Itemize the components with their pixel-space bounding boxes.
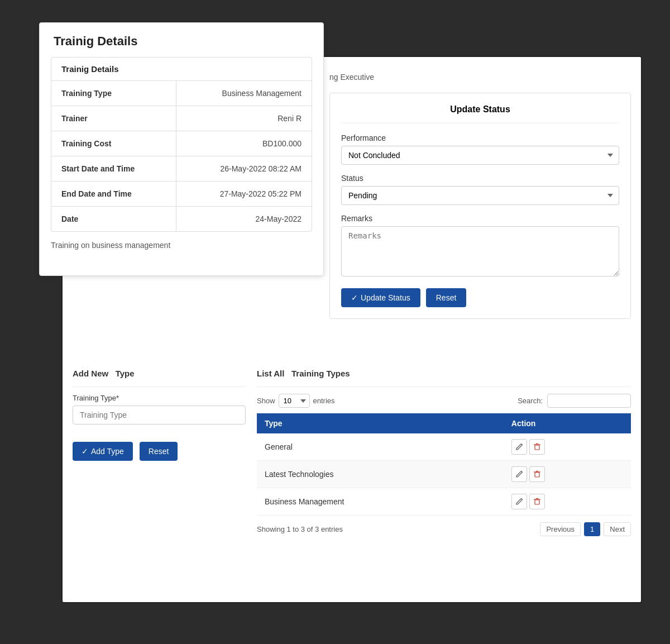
remarks-label: Remarks bbox=[341, 214, 619, 223]
add-type-btn-label: Add Type bbox=[91, 447, 124, 456]
detail-table: Training Type Business Management Traine… bbox=[51, 81, 312, 231]
edit-latest-tech-button[interactable] bbox=[511, 466, 527, 482]
action-latest-tech bbox=[504, 461, 631, 488]
page-wrapper: Trainig Details Trainig Details Training… bbox=[28, 11, 642, 626]
svg-rect-3 bbox=[535, 473, 539, 477]
update-status-button[interactable]: ✓ Update Status bbox=[341, 288, 420, 307]
detail-card-title: Trainig Details bbox=[40, 23, 323, 57]
delete-biz-mgmt-button[interactable] bbox=[529, 494, 545, 509]
table-row: Trainer Reni R bbox=[51, 106, 312, 131]
table-footer: Showing 1 to 3 of 3 entries Previous 1 N… bbox=[257, 522, 631, 536]
edit-biz-mgmt-button[interactable] bbox=[511, 494, 527, 509]
detail-inner: Trainig Details Training Type Business M… bbox=[51, 57, 312, 232]
type-biz-mgmt: Business Management bbox=[257, 488, 504, 516]
table-controls: Show 10 25 50 100 entries Search: bbox=[257, 394, 631, 408]
add-type-field-label: Training Type* bbox=[73, 394, 246, 402]
entries-label: entries bbox=[313, 397, 335, 405]
update-status-title: Update Status bbox=[341, 104, 619, 123]
show-entries: Show 10 25 50 100 entries bbox=[257, 394, 335, 408]
checkmark-icon: ✓ bbox=[351, 293, 358, 302]
table-row: End Date and Time 27-May-2022 05:22 PM bbox=[51, 182, 312, 207]
add-type-header: Add New Type bbox=[73, 369, 246, 378]
add-type-header-prefix: Add New bbox=[73, 369, 108, 378]
list-all-suffix: Training Types bbox=[291, 369, 350, 378]
show-label: Show bbox=[257, 397, 275, 405]
action-btns-general bbox=[511, 439, 623, 455]
trash-icon bbox=[533, 470, 541, 478]
row-value-end: 27-May-2022 05:22 PM bbox=[176, 182, 312, 207]
status-group: Status Pending Approved Rejected bbox=[341, 174, 619, 205]
search-label: Search: bbox=[518, 397, 543, 405]
action-btns-biz-mgmt bbox=[511, 494, 623, 509]
table-row: Latest Technologies bbox=[257, 461, 631, 488]
previous-page-button[interactable]: Previous bbox=[540, 522, 581, 536]
add-type-header-suffix: Type bbox=[116, 369, 135, 378]
table-row: Date 24-May-2022 bbox=[51, 207, 312, 232]
add-checkmark-icon: ✓ bbox=[82, 447, 88, 456]
bottom-section: Add New Type Training Type* ✓ Add Type R… bbox=[61, 357, 642, 626]
row-label-end: End Date and Time bbox=[51, 182, 176, 207]
detail-description: Training on business management bbox=[40, 232, 323, 259]
table-header-row: Type Action bbox=[257, 413, 631, 433]
pagination: Previous 1 Next bbox=[540, 522, 631, 536]
search-input[interactable] bbox=[547, 394, 631, 408]
edit-general-button[interactable] bbox=[511, 439, 527, 455]
update-status-btn-label: Update Status bbox=[361, 293, 410, 302]
list-all-header: List All Training Types bbox=[257, 369, 631, 378]
reset-button[interactable]: Reset bbox=[426, 288, 467, 307]
trash-icon bbox=[533, 498, 541, 505]
remarks-textarea[interactable] bbox=[341, 226, 619, 276]
detail-inner-header: Trainig Details bbox=[51, 58, 312, 81]
col-type: Type bbox=[257, 413, 504, 433]
trash-icon bbox=[533, 443, 541, 451]
table-row: General bbox=[257, 433, 631, 461]
add-type-field-group: Training Type* bbox=[73, 394, 246, 433]
svg-rect-6 bbox=[535, 500, 539, 504]
row-value-cost: BD100.000 bbox=[176, 131, 312, 156]
add-type-button[interactable]: ✓ Add Type bbox=[73, 442, 133, 461]
list-all-prefix: List All bbox=[257, 369, 284, 378]
row-label-cost: Training Cost bbox=[51, 131, 176, 156]
col-action: Action bbox=[504, 413, 631, 433]
delete-general-button[interactable] bbox=[529, 439, 545, 455]
row-value-start: 26-May-2022 08:22 AM bbox=[176, 156, 312, 182]
action-general bbox=[504, 433, 631, 461]
search-box: Search: bbox=[518, 394, 631, 408]
row-value-training-type: Business Management bbox=[176, 81, 312, 106]
list-all-card: List All Training Types Show 10 25 50 10… bbox=[257, 369, 631, 614]
entries-select[interactable]: 10 25 50 100 bbox=[279, 394, 310, 408]
edit-icon bbox=[515, 498, 523, 505]
row-label-trainer: Trainer bbox=[51, 106, 176, 131]
detail-card: Trainig Details Trainig Details Training… bbox=[39, 22, 324, 276]
performance-label: Performance bbox=[341, 133, 619, 142]
type-latest-tech: Latest Technologies bbox=[257, 461, 504, 488]
update-status-box: Update Status Performance Not Concluded … bbox=[329, 93, 631, 319]
table-row: Start Date and Time 26-May-2022 08:22 AM bbox=[51, 156, 312, 182]
add-type-card: Add New Type Training Type* ✓ Add Type R… bbox=[73, 369, 246, 614]
right-panel: ng Executive Update Status Performance N… bbox=[329, 67, 631, 319]
employee-label: ng Executive bbox=[329, 67, 631, 93]
action-biz-mgmt bbox=[504, 488, 631, 516]
next-page-button[interactable]: Next bbox=[604, 522, 631, 536]
update-status-btn-row: ✓ Update Status Reset bbox=[341, 288, 619, 307]
table-row: Training Cost BD100.000 bbox=[51, 131, 312, 156]
action-btns-latest-tech bbox=[511, 466, 623, 482]
delete-latest-tech-button[interactable] bbox=[529, 466, 545, 482]
svg-rect-0 bbox=[535, 445, 539, 450]
list-divider bbox=[257, 387, 631, 387]
add-type-reset-button[interactable]: Reset bbox=[140, 442, 178, 461]
edit-icon bbox=[515, 470, 523, 478]
add-type-input[interactable] bbox=[73, 406, 246, 424]
type-general: General bbox=[257, 433, 504, 461]
table-row: Training Type Business Management bbox=[51, 81, 312, 106]
performance-group: Performance Not Concluded Concluded In P… bbox=[341, 133, 619, 165]
status-select[interactable]: Pending Approved Rejected bbox=[341, 186, 619, 205]
row-label-start: Start Date and Time bbox=[51, 156, 176, 182]
divider bbox=[73, 387, 246, 387]
status-label: Status bbox=[341, 174, 619, 183]
showing-entries-text: Showing 1 to 3 of 3 entries bbox=[257, 525, 343, 533]
performance-select[interactable]: Not Concluded Concluded In Progress bbox=[341, 146, 619, 165]
table-row: Business Management bbox=[257, 488, 631, 516]
page-1-button[interactable]: 1 bbox=[584, 522, 600, 536]
remarks-group: Remarks bbox=[341, 214, 619, 278]
